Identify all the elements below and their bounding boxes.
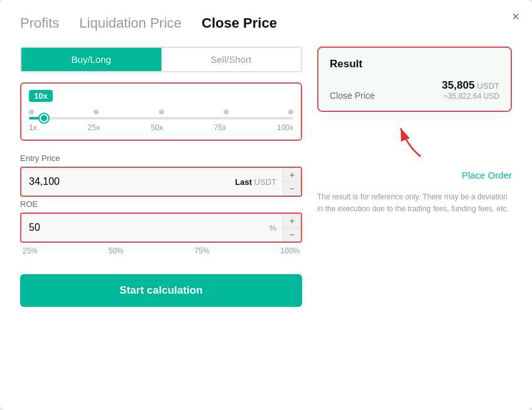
- main-content: Buy/Long Sell/Short 10x: [20, 47, 512, 307]
- tab-liquidation-price[interactable]: Liquidation Price: [79, 15, 182, 31]
- disclaimer-text: The result is for reference only. There …: [317, 186, 512, 215]
- start-calculation-button[interactable]: Start calculation: [20, 274, 302, 307]
- tab-close-price[interactable]: Close Price: [202, 15, 277, 31]
- percent-25[interactable]: 25%: [20, 245, 40, 257]
- slider-thumb: [40, 114, 48, 123]
- leverage-slider-container: 1x 25x 50x 75x 100x: [29, 107, 293, 132]
- entry-price-group: Last USDT + −: [20, 167, 302, 197]
- result-title: Result: [330, 58, 499, 70]
- slider-labels: 1x 25x 50x 75x 100x: [29, 123, 293, 132]
- close-button[interactable]: ×: [512, 10, 519, 23]
- slider-track[interactable]: [29, 117, 293, 119]
- slider-dot-1: [29, 109, 34, 114]
- percent-75[interactable]: 75%: [192, 245, 212, 257]
- roe-section: ROE % + − 25% 50% 75% 100%: [20, 199, 302, 257]
- result-values: 35,805USDT ≈35,822.64 USD: [442, 79, 499, 101]
- leverage-section: 10x 1x 25x: [20, 82, 302, 141]
- close-price-result-label: Close Price: [330, 91, 375, 101]
- slider-label-50x: 50x: [151, 123, 163, 132]
- roe-decrement[interactable]: −: [283, 228, 301, 241]
- entry-price-last: Last: [235, 177, 252, 187]
- place-order-link: Place Order: [317, 170, 512, 181]
- entry-price-decrement[interactable]: −: [283, 182, 301, 196]
- tab-profits[interactable]: Profits: [20, 15, 59, 31]
- tab-header: Profits Liquidation Price Close Price: [20, 15, 512, 31]
- buy-long-button[interactable]: Buy/Long: [20, 47, 163, 72]
- entry-price-label: Entry Price: [20, 153, 302, 163]
- slider-dot-4: [224, 109, 229, 114]
- close-price-result-value: 35,805USDT: [442, 79, 499, 92]
- place-order-button[interactable]: Place Order: [462, 170, 512, 180]
- entry-price-increment[interactable]: +: [283, 168, 301, 182]
- close-price-approx: ≈35,822.64 USD: [442, 92, 499, 101]
- left-panel: Buy/Long Sell/Short 10x: [20, 47, 302, 307]
- slider-label-25x: 25x: [88, 123, 100, 132]
- arrow-annotation: [317, 122, 512, 160]
- slider-label-75x: 75x: [214, 123, 226, 132]
- roe-stepper: + −: [283, 214, 301, 241]
- entry-price-unit: USDT: [254, 177, 276, 187]
- result-box: Result Close Price 35,805USDT ≈35,822.64…: [317, 47, 512, 112]
- slider-label-1x: 1x: [29, 123, 37, 132]
- right-panel: Result Close Price 35,805USDT ≈35,822.64…: [317, 47, 512, 307]
- roe-label: ROE: [20, 199, 302, 209]
- roe-input[interactable]: [21, 214, 263, 241]
- roe-group: % + −: [20, 213, 302, 243]
- slider-label-100x: 100x: [277, 123, 293, 132]
- slider-dots: [29, 109, 293, 114]
- entry-price-input[interactable]: [21, 168, 229, 196]
- arrow-svg: [389, 122, 440, 160]
- slider-dot-3: [159, 109, 164, 114]
- direction-toggle: Buy/Long Sell/Short: [20, 47, 302, 72]
- roe-suffix: %: [263, 214, 283, 241]
- slider-dot-5: [288, 109, 293, 114]
- leverage-badge: 10x: [29, 90, 53, 102]
- calculator-modal: × Profits Liquidation Price Close Price …: [0, 0, 532, 410]
- slider-dot-2: [94, 109, 99, 114]
- entry-price-stepper: + −: [283, 168, 301, 196]
- sell-short-button[interactable]: Sell/Short: [161, 48, 301, 71]
- percent-shortcuts: 25% 50% 75% 100%: [20, 245, 302, 257]
- result-row: Close Price 35,805USDT ≈35,822.64 USD: [330, 79, 499, 101]
- entry-price-suffix: Last USDT: [229, 168, 283, 196]
- percent-100[interactable]: 100%: [278, 245, 302, 257]
- percent-50[interactable]: 50%: [106, 245, 126, 257]
- roe-increment[interactable]: +: [283, 214, 301, 228]
